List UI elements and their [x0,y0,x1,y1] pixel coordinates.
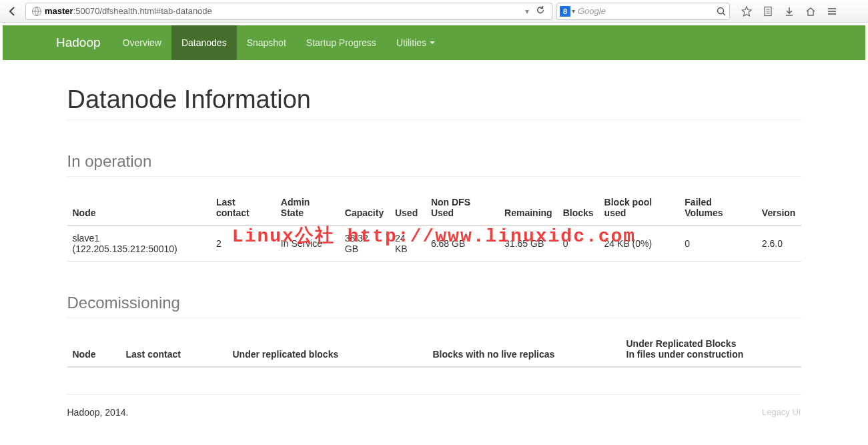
table-cell: 24 KB (0%) [599,226,680,262]
nav-item-overview[interactable]: Overview [113,25,171,60]
browser-toolbar: master:50070/dfshealth.html#tab-datanode… [0,0,868,23]
chevron-down-icon [430,41,435,44]
table-row: slave1 (122.205.135.212:50010)2In Servic… [67,226,801,262]
globe-icon [31,6,42,17]
table-header: Blocks with no live replicas [428,332,621,367]
legacy-ui-link[interactable]: Legacy UI [762,407,801,418]
reading-list-icon[interactable] [758,3,778,20]
table-header: Blocks [558,190,599,226]
table-header: Remaining [499,190,558,226]
section-in-operation-title: In operation [67,152,801,177]
table-header: Admin State [276,190,340,226]
nav-item-snapshot[interactable]: Snapshot [237,25,296,60]
table-header: Version [757,190,801,226]
url-input[interactable]: master:50070/dfshealth.html#tab-datanode… [25,3,552,20]
page-title: Datanode Information [67,85,801,120]
nav-item-startup-progress[interactable]: Startup Progress [296,25,386,60]
svg-point-1 [718,7,724,13]
menu-icon[interactable] [822,3,842,20]
downloads-icon[interactable] [779,3,799,20]
section-decommissioning-title: Decomissioning [67,294,801,318]
table-cell: 2 [211,226,276,262]
table-cell: 2.6.0 [757,226,801,262]
table-header: Under replicated blocks [228,332,428,367]
home-icon[interactable] [801,3,821,20]
table-cell: slave1 (122.205.135.212:50010) [67,226,211,262]
table-cell: In Service [276,226,340,262]
table-header: Capacity [340,190,390,226]
svg-line-2 [723,13,726,15]
navbar: Hadoop OverviewDatanodesSnapshotStartup … [3,25,865,60]
table-header: Non DFS Used [426,190,499,226]
table-cell: 24 KB [390,226,426,262]
search-placeholder: Google [575,6,716,16]
table-cell: 31.65 GB [499,226,558,262]
back-button[interactable] [4,3,21,20]
table-header: Failed Volumes [679,190,757,226]
url-text: master:50070/dfshealth.html#tab-datanode [45,6,522,16]
bookmark-icon[interactable] [737,3,757,20]
table-header: Node [67,190,211,226]
footer-text: Hadoop, 2014. [67,407,129,418]
table-header: Used [390,190,426,226]
table-header: Last contact [211,190,276,226]
table-cell: 6.68 GB [426,226,499,262]
brand[interactable]: Hadoop [56,25,113,60]
footer: Hadoop, 2014. Legacy UI [67,394,801,430]
search-input[interactable]: 8 ▾ Google [556,3,730,20]
search-engine-icon: 8 [560,6,570,17]
table-header: Block pool used [599,190,680,226]
nav-item-utilities[interactable]: Utilities [386,25,445,60]
table-cell: 0 [558,226,599,262]
table-header: Under Replicated BlocksIn files under co… [621,332,801,367]
nav-item-datanodes[interactable]: Datanodes [171,25,237,60]
table-header: Last contact [121,332,228,367]
search-icon[interactable] [716,6,727,17]
in-operation-table: NodeLast contactAdmin StateCapacityUsedN… [67,190,801,262]
decommissioning-table: NodeLast contactUnder replicated blocksB… [67,332,801,368]
reload-button[interactable] [532,5,549,17]
table-cell: 38.32 GB [340,226,390,262]
history-dropdown-icon[interactable]: ▾ [522,7,532,16]
table-cell: 0 [679,226,757,262]
table-header: Node [67,332,121,367]
search-engine-dropdown-icon[interactable]: ▾ [570,7,575,15]
